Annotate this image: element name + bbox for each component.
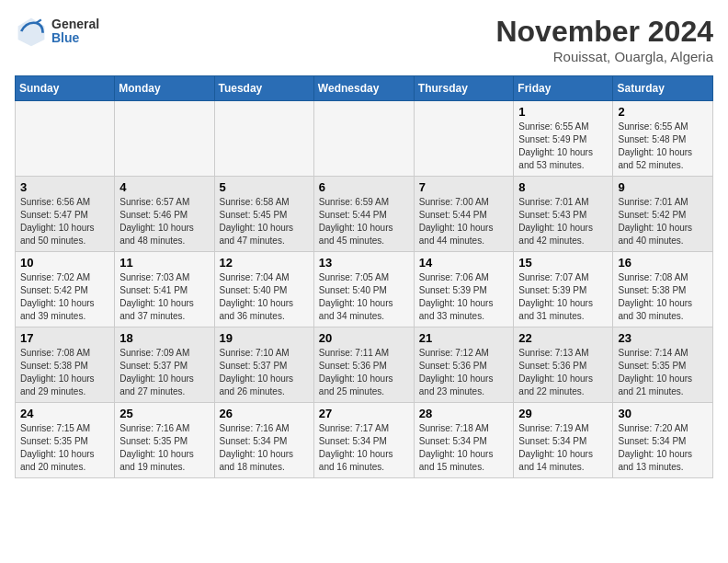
calendar-cell: 22Sunrise: 7:13 AM Sunset: 5:36 PM Dayli… — [514, 327, 613, 403]
month-title: November 2024 — [495, 15, 713, 49]
day-info: Sunrise: 7:05 AM Sunset: 5:40 PM Dayligh… — [319, 271, 409, 323]
day-number: 18 — [119, 331, 209, 345]
day-info: Sunrise: 7:18 AM Sunset: 5:34 PM Dayligh… — [419, 422, 509, 474]
day-number: 19 — [220, 331, 309, 345]
calendar-cell: 6Sunrise: 6:59 AM Sunset: 5:44 PM Daylig… — [313, 177, 414, 252]
logo-icon — [15, 15, 48, 48]
day-info: Sunrise: 7:01 AM Sunset: 5:43 PM Dayligh… — [518, 196, 608, 247]
week-row-3: 10Sunrise: 7:02 AM Sunset: 5:42 PM Dayli… — [16, 252, 713, 327]
day-header-thursday: Thursday — [414, 76, 514, 101]
day-header-monday: Monday — [115, 76, 214, 101]
title-area: November 2024 Rouissat, Ouargla, Algeria — [495, 15, 713, 64]
day-number: 12 — [220, 256, 309, 270]
day-info: Sunrise: 6:55 AM Sunset: 5:48 PM Dayligh… — [618, 121, 708, 172]
day-info: Sunrise: 7:08 AM Sunset: 5:38 PM Dayligh… — [618, 271, 708, 323]
calendar-table: SundayMondayTuesdayWednesdayThursdayFrid… — [15, 75, 713, 478]
day-info: Sunrise: 7:08 AM Sunset: 5:38 PM Dayligh… — [20, 347, 109, 398]
day-info: Sunrise: 7:13 AM Sunset: 5:36 PM Dayligh… — [518, 347, 608, 398]
calendar-cell: 5Sunrise: 6:58 AM Sunset: 5:45 PM Daylig… — [214, 177, 313, 252]
day-header-sunday: Sunday — [16, 76, 115, 101]
day-info: Sunrise: 6:56 AM Sunset: 5:47 PM Dayligh… — [20, 196, 109, 247]
calendar-cell — [214, 101, 313, 177]
calendar-cell: 16Sunrise: 7:08 AM Sunset: 5:38 PM Dayli… — [613, 252, 713, 327]
week-row-1: 1Sunrise: 6:55 AM Sunset: 5:49 PM Daylig… — [16, 101, 713, 177]
day-number: 26 — [220, 407, 309, 420]
day-number: 17 — [20, 331, 109, 345]
day-number: 1 — [518, 105, 608, 119]
day-info: Sunrise: 7:19 AM Sunset: 5:34 PM Dayligh… — [518, 422, 608, 474]
location-subtitle: Rouissat, Ouargla, Algeria — [495, 49, 713, 64]
day-number: 28 — [419, 407, 509, 420]
logo-blue-text: Blue — [51, 31, 99, 45]
calendar-cell — [313, 101, 414, 177]
calendar-cell: 24Sunrise: 7:15 AM Sunset: 5:35 PM Dayli… — [16, 403, 115, 478]
calendar-cell: 18Sunrise: 7:09 AM Sunset: 5:37 PM Dayli… — [115, 327, 214, 403]
day-number: 2 — [618, 105, 708, 119]
day-info: Sunrise: 7:10 AM Sunset: 5:37 PM Dayligh… — [220, 347, 309, 398]
day-number: 5 — [220, 180, 309, 194]
day-info: Sunrise: 7:15 AM Sunset: 5:35 PM Dayligh… — [20, 422, 109, 474]
calendar-cell: 30Sunrise: 7:20 AM Sunset: 5:34 PM Dayli… — [613, 403, 713, 478]
day-header-wednesday: Wednesday — [313, 76, 414, 101]
calendar-cell: 3Sunrise: 6:56 AM Sunset: 5:47 PM Daylig… — [16, 177, 115, 252]
calendar-cell: 28Sunrise: 7:18 AM Sunset: 5:34 PM Dayli… — [414, 403, 514, 478]
day-info: Sunrise: 7:02 AM Sunset: 5:42 PM Dayligh… — [20, 271, 109, 323]
day-header-friday: Friday — [514, 76, 613, 101]
day-info: Sunrise: 7:12 AM Sunset: 5:36 PM Dayligh… — [419, 347, 509, 398]
day-number: 13 — [319, 256, 409, 270]
calendar-cell: 14Sunrise: 7:06 AM Sunset: 5:39 PM Dayli… — [414, 252, 514, 327]
day-number: 3 — [20, 180, 109, 194]
calendar-cell — [414, 101, 514, 177]
calendar-cell — [115, 101, 214, 177]
calendar-cell: 17Sunrise: 7:08 AM Sunset: 5:38 PM Dayli… — [16, 327, 115, 403]
day-number: 9 — [618, 180, 708, 194]
day-number: 23 — [618, 331, 708, 345]
calendar-cell: 9Sunrise: 7:01 AM Sunset: 5:42 PM Daylig… — [613, 177, 713, 252]
calendar-cell: 11Sunrise: 7:03 AM Sunset: 5:41 PM Dayli… — [115, 252, 214, 327]
day-header-tuesday: Tuesday — [214, 76, 313, 101]
header: General Blue November 2024 Rouissat, Oua… — [15, 15, 713, 64]
day-info: Sunrise: 7:17 AM Sunset: 5:34 PM Dayligh… — [319, 422, 409, 474]
day-number: 14 — [419, 256, 509, 270]
day-number: 8 — [518, 180, 608, 194]
day-info: Sunrise: 7:00 AM Sunset: 5:44 PM Dayligh… — [419, 196, 509, 247]
calendar-cell: 8Sunrise: 7:01 AM Sunset: 5:43 PM Daylig… — [514, 177, 613, 252]
calendar-cell: 13Sunrise: 7:05 AM Sunset: 5:40 PM Dayli… — [313, 252, 414, 327]
calendar-cell: 10Sunrise: 7:02 AM Sunset: 5:42 PM Dayli… — [16, 252, 115, 327]
day-info: Sunrise: 6:59 AM Sunset: 5:44 PM Dayligh… — [319, 196, 409, 247]
day-info: Sunrise: 6:57 AM Sunset: 5:46 PM Dayligh… — [119, 196, 209, 247]
day-info: Sunrise: 7:01 AM Sunset: 5:42 PM Dayligh… — [618, 196, 708, 247]
day-number: 10 — [20, 256, 109, 270]
day-number: 25 — [119, 407, 209, 420]
day-number: 22 — [518, 331, 608, 345]
day-number: 16 — [618, 256, 708, 270]
day-number: 4 — [119, 180, 209, 194]
calendar-cell: 27Sunrise: 7:17 AM Sunset: 5:34 PM Dayli… — [313, 403, 414, 478]
week-row-2: 3Sunrise: 6:56 AM Sunset: 5:47 PM Daylig… — [16, 177, 713, 252]
calendar-cell: 15Sunrise: 7:07 AM Sunset: 5:39 PM Dayli… — [514, 252, 613, 327]
calendar-cell: 19Sunrise: 7:10 AM Sunset: 5:37 PM Dayli… — [214, 327, 313, 403]
header-row: SundayMondayTuesdayWednesdayThursdayFrid… — [16, 76, 713, 101]
calendar-cell: 26Sunrise: 7:16 AM Sunset: 5:34 PM Dayli… — [214, 403, 313, 478]
day-number: 11 — [119, 256, 209, 270]
day-info: Sunrise: 7:04 AM Sunset: 5:40 PM Dayligh… — [220, 271, 309, 323]
day-number: 30 — [618, 407, 708, 420]
calendar-cell: 12Sunrise: 7:04 AM Sunset: 5:40 PM Dayli… — [214, 252, 313, 327]
calendar-cell: 1Sunrise: 6:55 AM Sunset: 5:49 PM Daylig… — [514, 101, 613, 177]
calendar-cell: 7Sunrise: 7:00 AM Sunset: 5:44 PM Daylig… — [414, 177, 514, 252]
week-row-4: 17Sunrise: 7:08 AM Sunset: 5:38 PM Dayli… — [16, 327, 713, 403]
day-info: Sunrise: 6:55 AM Sunset: 5:49 PM Dayligh… — [518, 121, 608, 172]
calendar-cell: 21Sunrise: 7:12 AM Sunset: 5:36 PM Dayli… — [414, 327, 514, 403]
day-number: 27 — [319, 407, 409, 420]
day-number: 21 — [419, 331, 509, 345]
day-header-saturday: Saturday — [613, 76, 713, 101]
day-number: 20 — [319, 331, 409, 345]
logo-general-text: General — [51, 17, 99, 31]
day-info: Sunrise: 7:20 AM Sunset: 5:34 PM Dayligh… — [618, 422, 708, 474]
day-info: Sunrise: 7:16 AM Sunset: 5:34 PM Dayligh… — [220, 422, 309, 474]
day-number: 24 — [20, 407, 109, 420]
calendar-cell: 23Sunrise: 7:14 AM Sunset: 5:35 PM Dayli… — [613, 327, 713, 403]
logo-text: General Blue — [51, 17, 99, 46]
day-info: Sunrise: 7:06 AM Sunset: 5:39 PM Dayligh… — [419, 271, 509, 323]
day-info: Sunrise: 7:03 AM Sunset: 5:41 PM Dayligh… — [119, 271, 209, 323]
